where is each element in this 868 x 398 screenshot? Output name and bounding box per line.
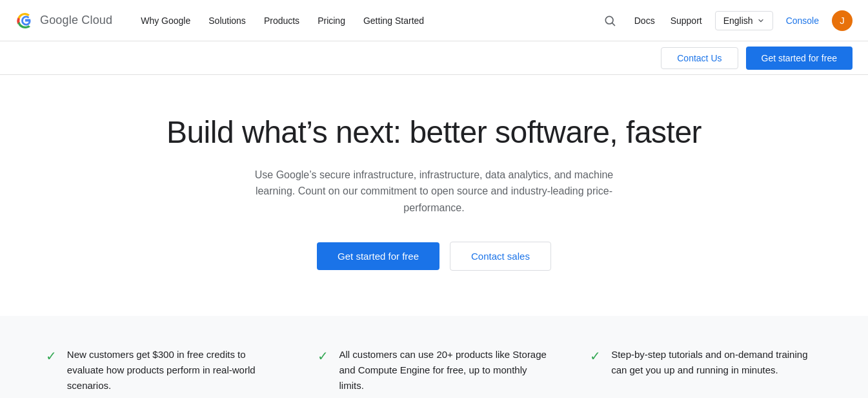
svg-line-1 — [612, 23, 615, 25]
benefit-text-1: New customers get $300 in free credits t… — [67, 347, 278, 393]
search-button[interactable] — [598, 9, 621, 32]
brand-name: Google Cloud — [40, 14, 112, 27]
benefit-item-3: ✓ Step-by-step tutorials and on-demand t… — [590, 347, 822, 393]
hero-subtitle: Use Google’s secure infrastructure, infr… — [234, 167, 634, 216]
benefit-text-3: Step-by-step tutorials and on-demand tra… — [611, 347, 822, 378]
get-started-top-button[interactable]: Get started for free — [746, 47, 853, 70]
checkmark-icon-1: ✓ — [46, 348, 57, 364]
checkmark-icon-2: ✓ — [318, 348, 328, 364]
nav-links: Why Google Solutions Products Pricing Ge… — [133, 10, 598, 31]
benefits-section: ✓ New customers get $300 in free credits… — [0, 316, 868, 398]
search-icon — [603, 14, 616, 27]
checkmark-icon-3: ✓ — [590, 348, 601, 364]
language-selector[interactable]: English — [715, 11, 773, 30]
main-navbar: Google Cloud Why Google Solutions Produc… — [0, 0, 868, 41]
nav-item-products[interactable]: Products — [256, 10, 307, 31]
nav-item-solutions[interactable]: Solutions — [201, 10, 254, 31]
console-link[interactable]: Console — [783, 10, 822, 31]
nav-item-getting-started[interactable]: Getting Started — [356, 10, 432, 31]
nav-item-why-google[interactable]: Why Google — [133, 10, 198, 31]
hero-contact-sales-button[interactable]: Contact sales — [450, 242, 551, 271]
docs-link[interactable]: Docs — [632, 10, 658, 31]
hero-title: Build what’s next: better software, fast… — [167, 114, 701, 151]
benefit-item-2: ✓ All customers can use 20+ products lik… — [318, 347, 550, 393]
chevron-down-icon — [757, 17, 765, 25]
hero-actions: Get started for free Contact sales — [317, 242, 551, 271]
nav-item-pricing[interactable]: Pricing — [310, 10, 353, 31]
contact-us-button[interactable]: Contact Us — [661, 47, 738, 69]
hero-get-started-button[interactable]: Get started for free — [317, 242, 439, 270]
hero-section: Build what’s next: better software, fast… — [0, 75, 868, 316]
sub-navbar: Contact Us Get started for free — [0, 41, 868, 75]
svg-point-0 — [605, 16, 613, 24]
google-logo-icon — [15, 11, 35, 30]
navbar-right: Docs Support English Console J — [598, 9, 853, 32]
google-cloud-logo[interactable]: Google Cloud — [15, 11, 112, 30]
language-label: English — [723, 16, 753, 26]
user-avatar[interactable]: J — [832, 10, 853, 31]
benefit-text-2: All customers can use 20+ products like … — [339, 347, 550, 393]
benefit-item-1: ✓ New customers get $300 in free credits… — [46, 347, 278, 393]
support-link[interactable]: Support — [668, 10, 705, 31]
